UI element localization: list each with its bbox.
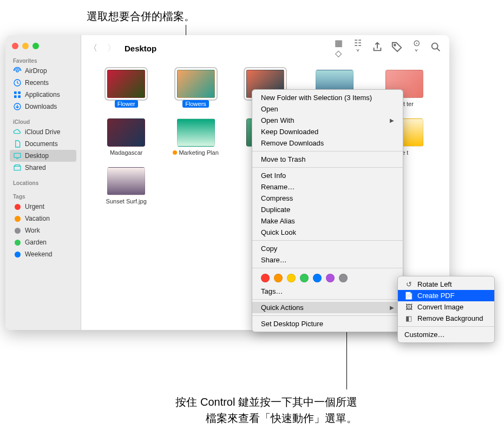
menu-item-quick-look[interactable]: Quick Look xyxy=(252,227,403,238)
window-title: Desktop xyxy=(125,44,156,53)
menu-item-tags-[interactable]: Tags… xyxy=(252,286,403,297)
sidebar-item-vacation[interactable]: Vacation xyxy=(10,213,76,224)
sidebar-item-label: Documents xyxy=(25,140,58,148)
menu-item-remove-downloads[interactable]: Remove Downloads xyxy=(252,137,403,149)
tags-button[interactable] xyxy=(391,41,403,55)
tag-color[interactable] xyxy=(274,274,283,282)
menu-item-label: Remove Downloads xyxy=(261,139,324,147)
sidebar-item-work[interactable]: Work xyxy=(10,224,76,236)
back-button[interactable]: 〈 xyxy=(89,43,97,54)
sidebar-item-applications[interactable]: Applications xyxy=(10,89,76,101)
submenu-item-label: Convert Image xyxy=(417,303,463,311)
menu-item-label: Make Alias xyxy=(261,217,295,225)
submenu-item-customize-[interactable]: Customize… xyxy=(398,329,494,340)
menu-item-quick-actions[interactable]: Quick Actions▶ xyxy=(252,302,403,313)
tag-color[interactable] xyxy=(300,274,309,282)
menu-item-open[interactable]: Open xyxy=(252,103,403,115)
tag-color[interactable] xyxy=(339,274,348,282)
doc-icon xyxy=(13,140,22,148)
menu-item-label: Open With xyxy=(261,116,294,124)
apps-icon xyxy=(13,90,22,99)
menu-item-compress[interactable]: Compress xyxy=(252,193,403,204)
tag-dot-icon xyxy=(13,214,22,223)
bg-icon: ◧ xyxy=(404,314,413,322)
more-button[interactable]: ⊙ ˅ xyxy=(410,38,422,58)
sidebar-item-weekend[interactable]: Weekend xyxy=(10,248,76,260)
share-button[interactable] xyxy=(371,41,383,55)
menu-item-label: Open xyxy=(261,105,278,113)
view-icons-button[interactable]: ▦ ◇ xyxy=(332,38,344,58)
annotation-bottom: 按住 Control 鍵並按一下其中一個所選 檔案來查看「快速動作」選單。 xyxy=(76,394,357,426)
menu-item-share-[interactable]: Share… xyxy=(252,254,403,266)
sidebar-item-recents[interactable]: Recents xyxy=(10,77,76,89)
zoom-button[interactable] xyxy=(32,43,39,49)
menu-item-set-desktop-picture[interactable]: Set Desktop Picture xyxy=(252,318,403,329)
menu-item-open-with[interactable]: Open With▶ xyxy=(252,115,403,126)
sidebar: FavoritesAirDropRecentsApplicationsDownl… xyxy=(5,35,81,330)
submenu-item-rotate-left[interactable]: ↺Rotate Left xyxy=(398,279,494,290)
menu-separator xyxy=(252,315,403,316)
file-item[interactable]: Madagascar xyxy=(94,118,158,156)
search-button[interactable] xyxy=(430,41,442,55)
menu-item-get-info[interactable]: Get Info xyxy=(252,170,403,181)
file-label: Flower xyxy=(115,100,138,108)
tag-color[interactable] xyxy=(287,274,296,282)
submenu-item-convert-image[interactable]: 🖼Convert Image xyxy=(398,301,494,313)
file-item[interactable]: Sunset Surf.jpg xyxy=(94,167,158,205)
sidebar-item-airdrop[interactable]: AirDrop xyxy=(10,65,76,77)
file-thumbnail xyxy=(107,70,145,98)
pdf-icon: 📄 xyxy=(404,292,413,300)
sidebar-item-urgent[interactable]: Urgent xyxy=(10,201,76,213)
file-label: Marketing Plan xyxy=(170,149,221,156)
sidebar-header: Tags xyxy=(10,193,76,201)
sidebar-item-documents[interactable]: Documents xyxy=(10,138,76,150)
sidebar-item-label: Applications xyxy=(25,91,60,98)
submenu-arrow-icon: ▶ xyxy=(390,117,394,123)
callout-line-bottom xyxy=(346,325,347,389)
sidebar-header: iCloud xyxy=(10,118,76,126)
tag-dot-icon xyxy=(13,238,22,247)
menu-item-copy[interactable]: Copy xyxy=(252,243,403,254)
sidebar-item-downloads[interactable]: Downloads xyxy=(10,101,76,113)
sidebar-item-shared[interactable]: Shared xyxy=(10,162,76,174)
menu-item-move-to-trash[interactable]: Move to Trash xyxy=(252,154,403,165)
desktop-icon xyxy=(13,151,22,160)
cloud-icon xyxy=(13,128,22,136)
close-button[interactable] xyxy=(12,43,18,49)
sidebar-item-label: AirDrop xyxy=(25,67,47,75)
tag-color[interactable] xyxy=(261,274,270,282)
menu-separator xyxy=(398,326,494,327)
sidebar-header: Locations xyxy=(10,179,76,187)
sidebar-item-desktop[interactable]: Desktop xyxy=(10,150,76,162)
tag-color[interactable] xyxy=(326,274,335,282)
rotate-icon: ↺ xyxy=(404,280,413,288)
minimize-button[interactable] xyxy=(22,43,29,49)
sidebar-item-icloud-drive[interactable]: iCloud Drive xyxy=(10,126,76,138)
menu-item-label: Keep Downloaded xyxy=(261,128,318,136)
sidebar-item-garden[interactable]: Garden xyxy=(10,236,76,248)
forward-button[interactable]: 〉 xyxy=(107,43,116,54)
svg-rect-7 xyxy=(14,153,21,157)
sidebar-item-label: iCloud Drive xyxy=(25,128,60,136)
menu-item-rename-[interactable]: Rename… xyxy=(252,181,403,193)
svg-rect-2 xyxy=(14,91,17,94)
tag-color[interactable] xyxy=(313,274,322,282)
menu-item-keep-downloaded[interactable]: Keep Downloaded xyxy=(252,126,403,137)
menu-item-label: New Folder with Selection (3 Items) xyxy=(261,94,372,102)
submenu-item-create-pdf[interactable]: 📄Create PDF xyxy=(398,290,494,301)
group-button[interactable]: ☷ ˅ xyxy=(352,38,364,58)
menu-item-make-alias[interactable]: Make Alias xyxy=(252,215,403,227)
sidebar-item-label: Work xyxy=(25,227,40,234)
file-item[interactable]: Flower xyxy=(94,70,158,108)
file-item[interactable]: Marketing Plan xyxy=(163,118,227,156)
submenu-item-remove-background[interactable]: ◧Remove Background xyxy=(398,313,494,324)
menu-item-duplicate[interactable]: Duplicate xyxy=(252,204,403,215)
tag-dot-icon xyxy=(13,202,22,211)
sidebar-item-label: Recents xyxy=(25,79,49,87)
menu-item-label: Quick Actions xyxy=(261,303,304,312)
file-item[interactable]: Flowers xyxy=(163,70,227,108)
menu-item-label: Set Desktop Picture xyxy=(261,320,323,328)
sidebar-item-label: Vacation xyxy=(25,215,50,222)
svg-rect-3 xyxy=(18,91,21,94)
menu-item-new-folder-with-selection-items-[interactable]: New Folder with Selection (3 Items) xyxy=(252,92,403,103)
